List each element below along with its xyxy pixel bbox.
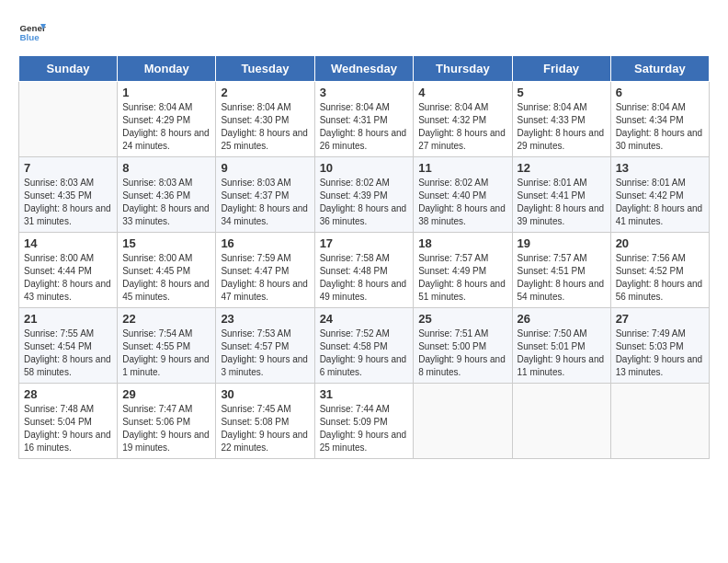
day-info: Sunrise: 8:00 AMSunset: 4:44 PMDaylight:… <box>24 252 112 304</box>
day-info: Sunrise: 7:48 AMSunset: 5:04 PMDaylight:… <box>24 403 112 454</box>
calendar-cell: 17Sunrise: 7:58 AMSunset: 4:48 PMDayligh… <box>314 233 414 308</box>
day-info: Sunrise: 7:50 AMSunset: 5:01 PMDaylight:… <box>518 327 606 379</box>
day-info: Sunrise: 7:44 AMSunset: 5:09 PMDaylight:… <box>320 403 409 454</box>
calendar-cell: 2Sunrise: 8:04 AMSunset: 4:30 PMDaylight… <box>216 82 314 157</box>
day-info: Sunrise: 7:52 AMSunset: 4:58 PMDaylight:… <box>320 327 409 379</box>
day-number: 19 <box>518 236 606 250</box>
day-number: 11 <box>418 161 506 175</box>
calendar-cell: 20Sunrise: 7:56 AMSunset: 4:52 PMDayligh… <box>610 233 709 308</box>
day-number: 22 <box>122 312 210 326</box>
calendar-cell <box>19 82 118 157</box>
calendar-cell: 27Sunrise: 7:49 AMSunset: 5:03 PMDayligh… <box>610 308 709 384</box>
calendar-cell: 18Sunrise: 7:57 AMSunset: 4:49 PMDayligh… <box>414 233 512 308</box>
weekday-header-row: SundayMondayTuesdayWednesdayThursdayFrid… <box>19 56 710 82</box>
day-info: Sunrise: 7:53 AMSunset: 4:57 PMDaylight:… <box>221 327 309 379</box>
weekday-header-friday: Friday <box>512 56 610 82</box>
calendar-table: SundayMondayTuesdayWednesdayThursdayFrid… <box>18 55 710 459</box>
day-number: 13 <box>616 161 704 175</box>
calendar-cell: 1Sunrise: 8:04 AMSunset: 4:29 PMDaylight… <box>118 82 216 157</box>
day-info: Sunrise: 8:04 AMSunset: 4:33 PMDaylight:… <box>518 101 606 153</box>
day-info: Sunrise: 8:03 AMSunset: 4:36 PMDaylight:… <box>122 177 210 228</box>
day-number: 1 <box>122 86 210 99</box>
day-info: Sunrise: 8:01 AMSunset: 4:42 PMDaylight:… <box>616 177 704 228</box>
day-number: 27 <box>616 312 704 326</box>
day-number: 18 <box>418 236 506 250</box>
calendar-cell: 9Sunrise: 8:03 AMSunset: 4:37 PMDaylight… <box>216 157 314 233</box>
calendar-cell: 28Sunrise: 7:48 AMSunset: 5:04 PMDayligh… <box>19 384 118 459</box>
calendar-cell <box>512 384 610 459</box>
calendar-week-row: 21Sunrise: 7:55 AMSunset: 4:54 PMDayligh… <box>19 308 710 384</box>
calendar-cell: 31Sunrise: 7:44 AMSunset: 5:09 PMDayligh… <box>314 384 414 459</box>
calendar-cell: 13Sunrise: 8:01 AMSunset: 4:42 PMDayligh… <box>610 157 709 233</box>
day-info: Sunrise: 7:57 AMSunset: 4:51 PMDaylight:… <box>518 252 606 304</box>
calendar-cell: 23Sunrise: 7:53 AMSunset: 4:57 PMDayligh… <box>216 308 314 384</box>
weekday-header-sunday: Sunday <box>19 56 118 82</box>
calendar-cell: 7Sunrise: 8:03 AMSunset: 4:35 PMDaylight… <box>19 157 118 233</box>
day-info: Sunrise: 8:02 AMSunset: 4:40 PMDaylight:… <box>418 177 506 228</box>
calendar-cell: 26Sunrise: 7:50 AMSunset: 5:01 PMDayligh… <box>512 308 610 384</box>
calendar-cell: 16Sunrise: 7:59 AMSunset: 4:47 PMDayligh… <box>216 233 314 308</box>
day-number: 24 <box>320 312 409 326</box>
day-number: 31 <box>320 387 409 401</box>
day-number: 21 <box>24 312 112 326</box>
day-info: Sunrise: 7:45 AMSunset: 5:08 PMDaylight:… <box>221 403 309 454</box>
calendar-week-row: 1Sunrise: 8:04 AMSunset: 4:29 PMDaylight… <box>19 82 710 157</box>
day-number: 30 <box>221 387 309 401</box>
day-info: Sunrise: 7:59 AMSunset: 4:47 PMDaylight:… <box>221 252 309 304</box>
day-number: 29 <box>122 387 210 401</box>
day-info: Sunrise: 8:04 AMSunset: 4:30 PMDaylight:… <box>221 101 309 153</box>
calendar-cell: 5Sunrise: 8:04 AMSunset: 4:33 PMDaylight… <box>512 82 610 157</box>
calendar-cell: 29Sunrise: 7:47 AMSunset: 5:06 PMDayligh… <box>118 384 216 459</box>
calendar-cell <box>610 384 709 459</box>
calendar-cell: 22Sunrise: 7:54 AMSunset: 4:55 PMDayligh… <box>118 308 216 384</box>
day-info: Sunrise: 7:56 AMSunset: 4:52 PMDaylight:… <box>616 252 704 304</box>
day-number: 10 <box>320 161 409 175</box>
calendar-cell: 25Sunrise: 7:51 AMSunset: 5:00 PMDayligh… <box>414 308 512 384</box>
day-info: Sunrise: 7:51 AMSunset: 5:00 PMDaylight:… <box>418 327 506 379</box>
calendar-cell: 30Sunrise: 7:45 AMSunset: 5:08 PMDayligh… <box>216 384 314 459</box>
day-number: 14 <box>24 236 112 250</box>
calendar-cell: 14Sunrise: 8:00 AMSunset: 4:44 PMDayligh… <box>19 233 118 308</box>
calendar-week-row: 14Sunrise: 8:00 AMSunset: 4:44 PMDayligh… <box>19 233 710 308</box>
day-number: 12 <box>518 161 606 175</box>
day-number: 25 <box>418 312 506 326</box>
day-info: Sunrise: 8:03 AMSunset: 4:35 PMDaylight:… <box>24 177 112 228</box>
weekday-header-saturday: Saturday <box>610 56 709 82</box>
day-number: 20 <box>616 236 704 250</box>
weekday-header-tuesday: Tuesday <box>216 56 314 82</box>
weekday-header-wednesday: Wednesday <box>314 56 414 82</box>
calendar-cell: 10Sunrise: 8:02 AMSunset: 4:39 PMDayligh… <box>314 157 414 233</box>
weekday-header-monday: Monday <box>118 56 216 82</box>
calendar-cell: 8Sunrise: 8:03 AMSunset: 4:36 PMDaylight… <box>118 157 216 233</box>
day-info: Sunrise: 7:49 AMSunset: 5:03 PMDaylight:… <box>616 327 704 379</box>
day-info: Sunrise: 8:04 AMSunset: 4:31 PMDaylight:… <box>320 101 409 153</box>
day-info: Sunrise: 7:58 AMSunset: 4:48 PMDaylight:… <box>320 252 409 304</box>
calendar-cell <box>414 384 512 459</box>
weekday-header-thursday: Thursday <box>414 56 512 82</box>
logo-icon: General Blue <box>18 18 46 46</box>
day-info: Sunrise: 7:55 AMSunset: 4:54 PMDaylight:… <box>24 327 112 379</box>
calendar-cell: 21Sunrise: 7:55 AMSunset: 4:54 PMDayligh… <box>19 308 118 384</box>
calendar-cell: 6Sunrise: 8:04 AMSunset: 4:34 PMDaylight… <box>610 82 709 157</box>
day-info: Sunrise: 8:00 AMSunset: 4:45 PMDaylight:… <box>122 252 210 304</box>
day-number: 6 <box>616 86 704 99</box>
day-info: Sunrise: 8:04 AMSunset: 4:32 PMDaylight:… <box>418 101 506 153</box>
calendar-cell: 12Sunrise: 8:01 AMSunset: 4:41 PMDayligh… <box>512 157 610 233</box>
day-number: 26 <box>518 312 606 326</box>
day-number: 4 <box>418 86 506 99</box>
day-info: Sunrise: 7:54 AMSunset: 4:55 PMDaylight:… <box>122 327 210 379</box>
calendar-cell: 3Sunrise: 8:04 AMSunset: 4:31 PMDaylight… <box>314 82 414 157</box>
day-number: 23 <box>221 312 309 326</box>
day-number: 5 <box>518 86 606 99</box>
day-number: 16 <box>221 236 309 250</box>
calendar-cell: 11Sunrise: 8:02 AMSunset: 4:40 PMDayligh… <box>414 157 512 233</box>
day-info: Sunrise: 8:04 AMSunset: 4:34 PMDaylight:… <box>616 101 704 153</box>
day-info: Sunrise: 8:04 AMSunset: 4:29 PMDaylight:… <box>122 101 210 153</box>
day-info: Sunrise: 7:57 AMSunset: 4:49 PMDaylight:… <box>418 252 506 304</box>
calendar-cell: 19Sunrise: 7:57 AMSunset: 4:51 PMDayligh… <box>512 233 610 308</box>
calendar-cell: 4Sunrise: 8:04 AMSunset: 4:32 PMDaylight… <box>414 82 512 157</box>
day-number: 28 <box>24 387 112 401</box>
day-number: 17 <box>320 236 409 250</box>
day-info: Sunrise: 8:01 AMSunset: 4:41 PMDaylight:… <box>518 177 606 228</box>
day-number: 8 <box>122 161 210 175</box>
